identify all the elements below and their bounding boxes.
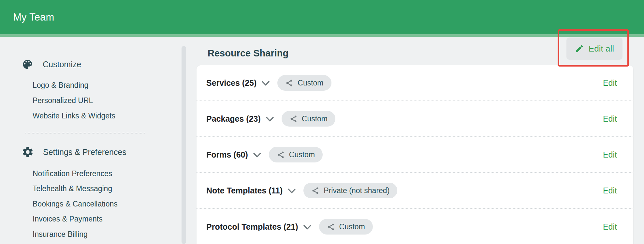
sidebar-item-logo-branding[interactable]: Logo & Branding (33, 81, 88, 90)
banner-accent-strip (0, 34, 644, 37)
sharing-status-badge: Custom (277, 75, 331, 91)
edit-all-button[interactable]: Edit all (566, 38, 622, 60)
sidebar-item-notification-preferences[interactable]: Notification Preferences (33, 169, 112, 178)
page-banner-title: My Team (13, 11, 54, 23)
sidebar-section-settings-preferences[interactable]: Settings & Preferences (22, 146, 126, 158)
sidebar-item-insurance-billing[interactable]: Insurance Billing (33, 230, 88, 239)
chevron-down-icon (303, 225, 311, 230)
row-title: Services (25) (206, 78, 256, 88)
row-edit-link[interactable]: Edit (603, 222, 617, 232)
sidebar-section-customize[interactable]: Customize (22, 58, 81, 70)
row-edit-link[interactable]: Edit (603, 150, 617, 160)
row-title: Note Templates (11) (206, 186, 283, 195)
edit-all-label: Edit all (589, 44, 614, 54)
resource-row-packages: Packages (23) Custom Edit (197, 101, 633, 137)
sharing-status-badge: Private (not shared) (303, 183, 397, 198)
resource-row-forms: Forms (60) Custom Edit (197, 137, 633, 173)
row-edit-link[interactable]: Edit (603, 186, 617, 195)
row-edit-link[interactable]: Edit (603, 78, 617, 88)
page-title: Resource Sharing (208, 48, 288, 59)
palette-icon (22, 58, 34, 70)
share-icon (285, 79, 293, 87)
row-title: Forms (60) (206, 150, 248, 160)
pencil-icon (575, 44, 584, 53)
chevron-down-icon (266, 117, 274, 122)
sidebar-item-website-links-widgets[interactable]: Website Links & Widgets (33, 112, 115, 120)
resource-row-note-templates: Note Templates (11) Private (not shared)… (197, 173, 633, 209)
sharing-status-badge: Custom (282, 111, 335, 127)
share-icon (289, 115, 298, 123)
row-expander[interactable]: Forms (60) (206, 150, 261, 160)
sharing-status-badge: Custom (319, 219, 373, 235)
sidebar-section-label: Settings & Preferences (43, 147, 126, 157)
chevron-down-icon (253, 153, 261, 158)
sidebar-section-label: Customize (43, 60, 81, 69)
chevron-down-icon (288, 189, 296, 193)
row-expander[interactable]: Protocol Templates (21) (206, 222, 311, 232)
gear-icon (22, 146, 34, 158)
share-icon (311, 187, 319, 195)
sidebar-item-telehealth-messaging[interactable]: Telehealth & Messaging (33, 184, 112, 193)
row-expander[interactable]: Packages (23) (206, 114, 274, 124)
row-title: Protocol Templates (21) (206, 222, 298, 232)
top-banner: My Team (0, 0, 644, 34)
badge-label: Custom (298, 79, 323, 87)
sharing-status-badge: Custom (269, 147, 323, 162)
share-icon (277, 151, 285, 159)
resource-row-protocol-templates: Protocol Templates (21) Custom Edit (197, 209, 633, 244)
sidebar-divider (25, 133, 145, 133)
sidebar-item-personalized-url[interactable]: Personalized URL (33, 96, 93, 105)
badge-label: Private (not shared) (324, 186, 389, 195)
sidebar-item-bookings-cancellations[interactable]: Bookings & Cancellations (33, 200, 118, 208)
sidebar-item-invoices-payments[interactable]: Invoices & Payments (33, 215, 103, 223)
row-edit-link[interactable]: Edit (603, 114, 617, 124)
sidebar: Customize Logo & Branding Personalized U… (0, 37, 181, 244)
resource-sharing-card: Services (25) Custom Edit Packages (23) … (197, 65, 633, 244)
row-title: Packages (23) (206, 114, 261, 124)
sidebar-scrollbar-thumb[interactable] (182, 46, 186, 244)
chevron-down-icon (262, 81, 270, 86)
badge-label: Custom (289, 150, 315, 159)
resource-row-services: Services (25) Custom Edit (197, 65, 633, 101)
badge-label: Custom (302, 114, 328, 123)
row-expander[interactable]: Services (25) (206, 78, 270, 88)
badge-label: Custom (339, 222, 365, 231)
row-expander[interactable]: Note Templates (11) (206, 186, 296, 195)
share-icon (327, 223, 335, 231)
